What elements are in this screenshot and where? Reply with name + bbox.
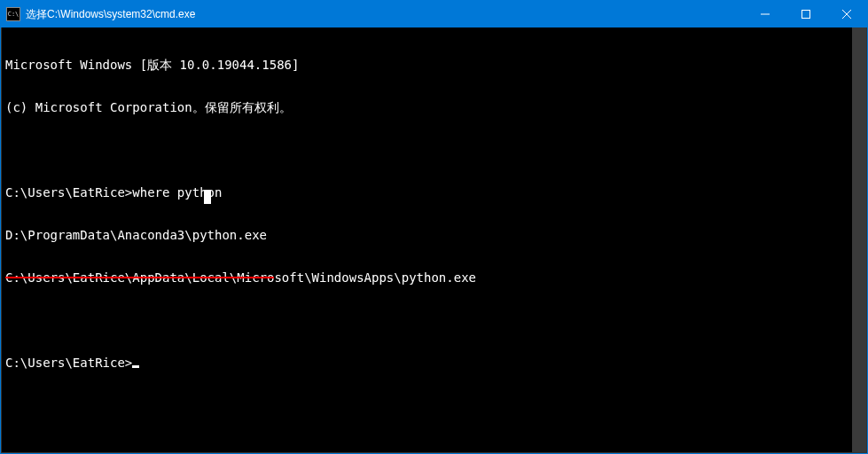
close-button[interactable] xyxy=(826,1,867,27)
maximize-icon xyxy=(802,10,810,19)
terminal-line xyxy=(5,143,863,157)
terminal-line: C:\Users\EatRice>where python xyxy=(5,185,863,200)
minimize-icon xyxy=(761,10,770,19)
scrollbar[interactable] xyxy=(852,27,866,452)
maximize-button[interactable] xyxy=(786,1,826,27)
terminal-prompt-line: C:\Users\EatRice> xyxy=(5,356,863,370)
terminal-line: D:\ProgramData\Anaconda3\python.exe xyxy=(5,228,863,242)
struck-rest: soft\WindowsApps\python.exe xyxy=(274,270,476,285)
terminal-line: Microsoft Windows [版本 10.0.19044.1586] xyxy=(5,58,863,72)
close-icon xyxy=(842,10,851,19)
window-controls xyxy=(745,1,867,27)
terminal-area[interactable]: Microsoft Windows [版本 10.0.19044.1586] (… xyxy=(1,27,867,453)
window-title: 选择C:\Windows\system32\cmd.exe xyxy=(26,7,745,22)
terminal-line: (c) Microsoft Corporation。保留所有权利。 xyxy=(5,100,863,114)
selection-highlight xyxy=(204,190,211,204)
scroll-thumb[interactable] xyxy=(852,27,866,452)
terminal-line-struck: C:\Users\EatRice\AppData\Local\Microsoft… xyxy=(5,270,863,285)
cmd-icon: C:\ xyxy=(6,7,20,21)
struck-text: C:\Users\EatRice\AppData\Local\Micro xyxy=(5,270,274,285)
svg-rect-1 xyxy=(802,11,810,19)
prompt-text: C:\Users\EatRice> xyxy=(5,356,132,370)
terminal-line xyxy=(5,313,863,327)
cursor xyxy=(132,365,139,368)
titlebar[interactable]: C:\ 选择C:\Windows\system32\cmd.exe xyxy=(1,1,867,27)
cmd-window: C:\ 选择C:\Windows\system32\cmd.exe Micros… xyxy=(0,0,868,454)
minimize-button[interactable] xyxy=(745,1,786,27)
